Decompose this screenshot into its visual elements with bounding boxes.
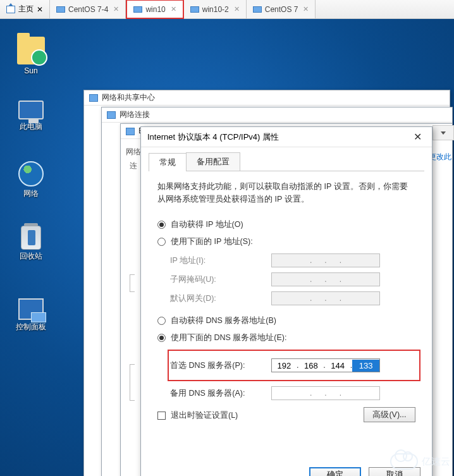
radio-label: 自动获得 DNS 服务器地址(B): [171, 315, 276, 326]
close-icon[interactable]: ✕: [303, 5, 309, 13]
radio-label: 使用下面的 DNS 服务器地址(E):: [171, 333, 286, 343]
desktop-icon-sun[interactable]: Sun: [8, 37, 54, 75]
this-pc-icon: [18, 101, 44, 119]
desktop-icon-recycle-bin[interactable]: 回收站: [8, 224, 54, 262]
eth-tab-label[interactable]: 网络: [126, 147, 142, 157]
radio-ip-manual[interactable]: 使用下面的 IP 地址(S):: [157, 236, 415, 247]
tab-general[interactable]: 常规: [149, 153, 187, 171]
home-icon: [6, 6, 15, 13]
vm-icon: [253, 6, 262, 13]
titlebar[interactable]: 网络连接: [102, 107, 452, 123]
dns-octet-1[interactable]: 192: [272, 361, 297, 370]
dialog-tabs: 常规 备用配置: [149, 152, 424, 171]
control-panel-icon: [18, 298, 44, 320]
highlight-box: 首选 DNS 服务器(P): 192. 168. 144. 133: [168, 350, 420, 381]
tab-home[interactable]: 主页 ✕: [0, 0, 50, 18]
folder-user-icon: [17, 37, 45, 64]
vm-icon: [56, 6, 65, 13]
dialog-body: 如果网络支持此功能，则可以获取自动指派的 IP 设置。否则，你需要从网络系统管理…: [141, 171, 432, 429]
tab-label: CentOS 7: [265, 5, 298, 14]
icon-label: 控制面板: [8, 322, 54, 333]
window-title: 网络和共享中心: [102, 92, 155, 103]
watermark: 亿速云: [390, 453, 450, 470]
tab-label: win10-2: [202, 5, 229, 14]
close-icon[interactable]: ✕: [171, 5, 176, 13]
subnet-mask-label: 子网掩码(U):: [170, 274, 271, 285]
tab-label: CentOS 7-4: [68, 5, 108, 14]
dns-fields: 首选 DNS 服务器(P): 192. 168. 144. 133 备用 DNS…: [170, 350, 415, 400]
dialog-ipv4-properties: Internet 协议版本 4 (TCP/IPv4) 属性 ✕ 常规 备用配置 …: [140, 126, 433, 476]
preferred-dns-label: 首选 DNS 服务器(P):: [170, 360, 271, 371]
tab-win10-2[interactable]: win10-2 ✕: [184, 0, 247, 18]
adapter-icon: [126, 128, 135, 135]
vm-icon: [190, 6, 199, 13]
close-icon[interactable]: ✕: [37, 5, 43, 14]
radio-icon: [157, 221, 166, 229]
dns-octet-3[interactable]: 144: [326, 361, 350, 370]
window-icon: [89, 94, 98, 102]
window-title: 网络连接: [120, 109, 150, 120]
vm-icon: [133, 6, 142, 13]
radio-label: 使用下面的 IP 地址(S):: [171, 236, 253, 247]
chevron-down-icon: [441, 131, 446, 135]
desktop-icon-network[interactable]: 网络: [8, 161, 54, 199]
titlebar[interactable]: 网络和共享中心: [84, 90, 450, 106]
vm-tabbar: 主页 ✕ CentOS 7-4 ✕ win10 ✕ win10-2 ✕ Cent…: [0, 0, 454, 19]
radio-icon: [157, 317, 166, 325]
alternate-dns-input[interactable]: ...: [271, 386, 380, 400]
tab-win10[interactable]: win10 ✕: [126, 0, 183, 19]
desktop-icon-this-pc[interactable]: 此电脑: [8, 98, 54, 132]
desktop-icon-control-panel[interactable]: 控制面板: [8, 297, 54, 333]
checkbox-icon[interactable]: [157, 412, 166, 420]
tab-alternate[interactable]: 备用配置: [186, 152, 240, 171]
icon-label: 网络: [8, 188, 54, 199]
dialog-titlebar[interactable]: Internet 协议版本 4 (TCP/IPv4) 属性 ✕: [141, 127, 432, 147]
toolbar-overflow[interactable]: [433, 125, 454, 140]
radio-label: 自动获得 IP 地址(O): [171, 219, 243, 230]
dialog-description: 如果网络支持此功能，则可以获取自动指派的 IP 设置。否则，你需要从网络系统管理…: [157, 180, 415, 205]
tab-home-label: 主页: [18, 4, 34, 15]
default-gateway-label: 默认网关(D):: [170, 293, 271, 304]
subnet-mask-input: ...: [271, 272, 380, 286]
close-button[interactable]: ✕: [410, 130, 426, 144]
radio-icon: [157, 334, 166, 342]
radio-icon: [157, 238, 166, 246]
cloud-icon: [390, 453, 418, 470]
network-icon: [18, 161, 44, 186]
default-gateway-input: ...: [271, 291, 380, 305]
ip-address-label: IP 地址(I):: [170, 255, 271, 266]
window-icon: [107, 111, 116, 119]
recycle-bin-icon: [21, 226, 41, 250]
eth-stub: [121, 139, 142, 476]
advanced-button[interactable]: 高级(V)...: [364, 407, 415, 422]
close-icon[interactable]: ✕: [234, 5, 240, 13]
icon-label: Sun: [8, 66, 54, 75]
dns-octet-2[interactable]: 168: [298, 361, 323, 370]
preferred-dns-input[interactable]: 192. 168. 144. 133: [271, 358, 380, 372]
tab-centos7-4[interactable]: CentOS 7-4 ✕: [50, 0, 126, 18]
tab-label: win10: [145, 5, 165, 14]
validate-label: 退出时验证设置(L): [171, 410, 238, 421]
radio-ip-auto[interactable]: 自动获得 IP 地址(O): [157, 219, 415, 230]
radio-dns-manual[interactable]: 使用下面的 DNS 服务器地址(E):: [157, 333, 415, 343]
eth-note: 连: [130, 161, 137, 171]
tab-centos7[interactable]: CentOS 7 ✕: [247, 0, 316, 18]
close-icon[interactable]: ✕: [113, 5, 119, 13]
eth-list-frag: [130, 274, 135, 292]
radio-dns-auto[interactable]: 自动获得 DNS 服务器地址(B): [157, 315, 415, 326]
watermark-text: 亿速云: [422, 456, 450, 468]
icon-label: 回收站: [8, 251, 54, 262]
guest-desktop: Sun 此电脑 网络 回收站 控制面板 网络和共享中心 网络连接 Etherne…: [0, 19, 454, 476]
alternate-dns-label: 备用 DNS 服务器(A):: [170, 388, 271, 399]
dialog-title: Internet 协议版本 4 (TCP/IPv4) 属性: [147, 131, 279, 143]
ip-fields: IP 地址(I): ... 子网掩码(U): ... 默认网关(D): ...: [170, 253, 415, 305]
eth-list-frag2: [130, 364, 135, 401]
dns-octet-4[interactable]: 133: [352, 360, 379, 372]
ok-button[interactable]: 确定: [309, 467, 361, 476]
ip-address-input: ...: [271, 253, 380, 267]
